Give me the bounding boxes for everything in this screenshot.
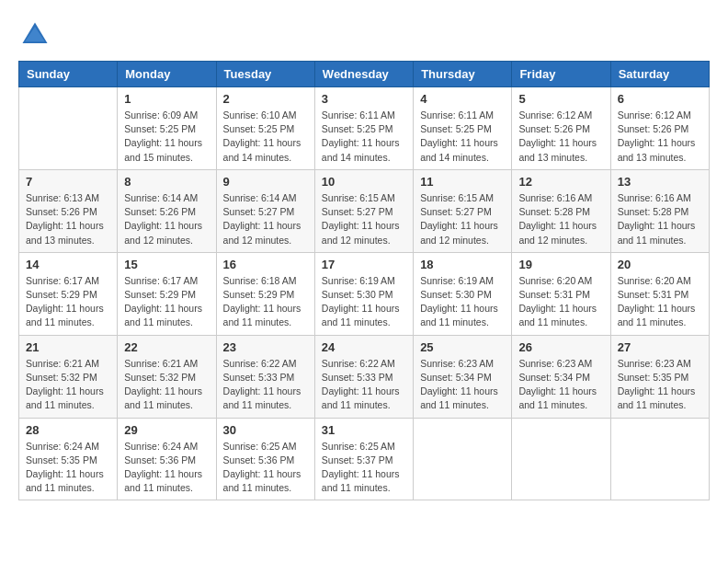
- day-info: Sunrise: 6:14 AMSunset: 5:26 PMDaylight:…: [124, 191, 209, 247]
- day-number: 13: [618, 175, 702, 189]
- calendar-header-sunday: Sunday: [19, 62, 118, 87]
- calendar-week-row: 1Sunrise: 6:09 AMSunset: 5:25 PMDaylight…: [19, 87, 710, 170]
- day-info: Sunrise: 6:22 AMSunset: 5:33 PMDaylight:…: [223, 357, 308, 413]
- calendar-cell: 10Sunrise: 6:15 AMSunset: 5:27 PMDayligh…: [314, 169, 413, 252]
- calendar-cell: 24Sunrise: 6:22 AMSunset: 5:33 PMDayligh…: [314, 335, 413, 418]
- day-number: 21: [26, 340, 110, 354]
- day-number: 10: [322, 175, 406, 189]
- day-info: Sunrise: 6:14 AMSunset: 5:27 PMDaylight:…: [223, 191, 308, 247]
- calendar-cell: 22Sunrise: 6:21 AMSunset: 5:32 PMDayligh…: [118, 335, 216, 418]
- day-info: Sunrise: 6:12 AMSunset: 5:26 PMDaylight:…: [518, 109, 603, 165]
- calendar-cell: 8Sunrise: 6:14 AMSunset: 5:26 PMDaylight…: [118, 169, 216, 252]
- day-number: 1: [124, 92, 209, 106]
- calendar-cell: 20Sunrise: 6:20 AMSunset: 5:31 PMDayligh…: [610, 252, 709, 335]
- calendar-cell: 11Sunrise: 6:15 AMSunset: 5:27 PMDayligh…: [414, 169, 512, 252]
- calendar-cell: 12Sunrise: 6:16 AMSunset: 5:28 PMDayligh…: [512, 169, 610, 252]
- day-info: Sunrise: 6:25 AMSunset: 5:37 PMDaylight:…: [322, 440, 406, 496]
- day-info: Sunrise: 6:20 AMSunset: 5:31 PMDaylight:…: [618, 274, 702, 330]
- day-number: 26: [518, 340, 603, 354]
- day-info: Sunrise: 6:16 AMSunset: 5:28 PMDaylight:…: [518, 191, 603, 247]
- day-info: Sunrise: 6:25 AMSunset: 5:36 PMDaylight:…: [223, 440, 308, 496]
- calendar-cell: 21Sunrise: 6:21 AMSunset: 5:32 PMDayligh…: [19, 335, 118, 418]
- day-info: Sunrise: 6:16 AMSunset: 5:28 PMDaylight:…: [618, 191, 702, 247]
- calendar-cell: 4Sunrise: 6:11 AMSunset: 5:25 PMDaylight…: [414, 87, 512, 170]
- day-info: Sunrise: 6:24 AMSunset: 5:35 PMDaylight:…: [26, 440, 110, 496]
- day-number: 5: [518, 92, 603, 106]
- calendar-cell: 25Sunrise: 6:23 AMSunset: 5:34 PMDayligh…: [414, 335, 512, 418]
- day-info: Sunrise: 6:17 AMSunset: 5:29 PMDaylight:…: [124, 274, 209, 330]
- day-info: Sunrise: 6:17 AMSunset: 5:29 PMDaylight:…: [26, 274, 110, 330]
- day-info: Sunrise: 6:19 AMSunset: 5:30 PMDaylight:…: [420, 274, 505, 330]
- logo-icon: [18, 18, 51, 52]
- day-info: Sunrise: 6:24 AMSunset: 5:36 PMDaylight:…: [124, 440, 209, 496]
- calendar-cell: [414, 418, 512, 500]
- day-info: Sunrise: 6:11 AMSunset: 5:25 PMDaylight:…: [420, 109, 505, 165]
- calendar-cell: 16Sunrise: 6:18 AMSunset: 5:29 PMDayligh…: [216, 252, 314, 335]
- day-info: Sunrise: 6:23 AMSunset: 5:34 PMDaylight:…: [420, 357, 505, 413]
- day-info: Sunrise: 6:21 AMSunset: 5:32 PMDaylight:…: [124, 357, 209, 413]
- day-number: 29: [124, 423, 209, 437]
- calendar-cell: 31Sunrise: 6:25 AMSunset: 5:37 PMDayligh…: [314, 418, 413, 500]
- day-info: Sunrise: 6:23 AMSunset: 5:35 PMDaylight:…: [618, 357, 702, 413]
- day-number: 31: [322, 423, 406, 437]
- day-number: 4: [420, 92, 505, 106]
- calendar-week-row: 7Sunrise: 6:13 AMSunset: 5:26 PMDaylight…: [19, 169, 710, 252]
- day-info: Sunrise: 6:12 AMSunset: 5:26 PMDaylight:…: [618, 109, 702, 165]
- calendar-cell: 13Sunrise: 6:16 AMSunset: 5:28 PMDayligh…: [610, 169, 709, 252]
- day-number: 8: [124, 175, 209, 189]
- day-number: 2: [223, 92, 308, 106]
- day-number: 14: [26, 258, 110, 271]
- calendar-cell: 29Sunrise: 6:24 AMSunset: 5:36 PMDayligh…: [118, 418, 216, 500]
- calendar-cell: 3Sunrise: 6:11 AMSunset: 5:25 PMDaylight…: [314, 87, 413, 170]
- day-number: 20: [618, 258, 702, 271]
- calendar-cell: 26Sunrise: 6:23 AMSunset: 5:34 PMDayligh…: [512, 335, 610, 418]
- calendar-cell: 17Sunrise: 6:19 AMSunset: 5:30 PMDayligh…: [314, 252, 413, 335]
- day-info: Sunrise: 6:15 AMSunset: 5:27 PMDaylight:…: [420, 191, 505, 247]
- day-info: Sunrise: 6:23 AMSunset: 5:34 PMDaylight:…: [518, 357, 603, 413]
- calendar-cell: 7Sunrise: 6:13 AMSunset: 5:26 PMDaylight…: [19, 169, 118, 252]
- calendar-cell: [512, 418, 610, 500]
- calendar-cell: 2Sunrise: 6:10 AMSunset: 5:25 PMDaylight…: [216, 87, 314, 170]
- calendar-header-friday: Friday: [512, 62, 610, 87]
- calendar-cell: 5Sunrise: 6:12 AMSunset: 5:26 PMDaylight…: [512, 87, 610, 170]
- day-info: Sunrise: 6:18 AMSunset: 5:29 PMDaylight:…: [223, 274, 308, 330]
- calendar-week-row: 14Sunrise: 6:17 AMSunset: 5:29 PMDayligh…: [19, 252, 710, 335]
- calendar-table: SundayMondayTuesdayWednesdayThursdayFrid…: [18, 61, 710, 500]
- day-info: Sunrise: 6:21 AMSunset: 5:32 PMDaylight:…: [26, 357, 110, 413]
- calendar-header-thursday: Thursday: [414, 62, 512, 87]
- calendar-cell: 6Sunrise: 6:12 AMSunset: 5:26 PMDaylight…: [610, 87, 709, 170]
- calendar-cell: 9Sunrise: 6:14 AMSunset: 5:27 PMDaylight…: [216, 169, 314, 252]
- day-number: 9: [223, 175, 308, 189]
- day-number: 7: [26, 175, 110, 189]
- day-number: 23: [223, 340, 308, 354]
- calendar-cell: [19, 87, 118, 170]
- day-info: Sunrise: 6:20 AMSunset: 5:31 PMDaylight:…: [518, 274, 603, 330]
- day-info: Sunrise: 6:15 AMSunset: 5:27 PMDaylight:…: [322, 191, 406, 247]
- day-number: 27: [618, 340, 702, 354]
- calendar-header-row: SundayMondayTuesdayWednesdayThursdayFrid…: [19, 62, 710, 87]
- calendar-cell: [610, 418, 709, 500]
- calendar-header-wednesday: Wednesday: [314, 62, 413, 87]
- day-number: 28: [26, 423, 110, 437]
- day-number: 6: [618, 92, 702, 106]
- day-number: 12: [518, 175, 603, 189]
- day-info: Sunrise: 6:09 AMSunset: 5:25 PMDaylight:…: [124, 109, 209, 165]
- day-number: 16: [223, 258, 308, 271]
- day-number: 17: [322, 258, 406, 271]
- calendar-cell: 15Sunrise: 6:17 AMSunset: 5:29 PMDayligh…: [118, 252, 216, 335]
- header: [18, 18, 710, 52]
- day-number: 11: [420, 175, 505, 189]
- calendar-cell: 18Sunrise: 6:19 AMSunset: 5:30 PMDayligh…: [414, 252, 512, 335]
- calendar-week-row: 28Sunrise: 6:24 AMSunset: 5:35 PMDayligh…: [19, 418, 710, 500]
- calendar-cell: 14Sunrise: 6:17 AMSunset: 5:29 PMDayligh…: [19, 252, 118, 335]
- calendar-week-row: 21Sunrise: 6:21 AMSunset: 5:32 PMDayligh…: [19, 335, 710, 418]
- day-number: 24: [322, 340, 406, 354]
- day-info: Sunrise: 6:22 AMSunset: 5:33 PMDaylight:…: [322, 357, 406, 413]
- day-number: 30: [223, 423, 308, 437]
- calendar-cell: 1Sunrise: 6:09 AMSunset: 5:25 PMDaylight…: [118, 87, 216, 170]
- day-number: 25: [420, 340, 505, 354]
- day-info: Sunrise: 6:10 AMSunset: 5:25 PMDaylight:…: [223, 109, 308, 165]
- day-number: 22: [124, 340, 209, 354]
- calendar-cell: 28Sunrise: 6:24 AMSunset: 5:35 PMDayligh…: [19, 418, 118, 500]
- day-number: 15: [124, 258, 209, 271]
